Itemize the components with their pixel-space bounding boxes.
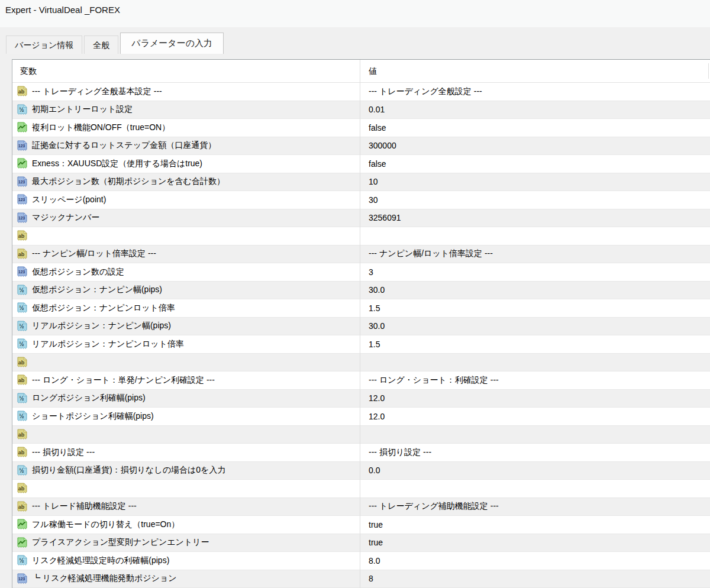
tab-version-info[interactable]: バージョン情報 bbox=[6, 35, 82, 54]
param-label: 仮想ポジション：ナンピンロット倍率 bbox=[32, 303, 360, 314]
param-label: 仮想ポジション：ナンピン幅(pips) bbox=[32, 285, 360, 295]
param-label: Exness：XAUUSD設定（使用する場合はtrue) bbox=[32, 159, 360, 169]
table-row[interactable]: ½ ロングポジション利確幅(pips) 12.0 bbox=[12, 390, 710, 408]
column-header-variable: 変数 bbox=[12, 60, 360, 82]
param-value[interactable]: --- ロング・ショート：利確設定 --- bbox=[360, 375, 710, 386]
param-label: ロングポジション利確幅(pips) bbox=[32, 393, 360, 403]
param-value[interactable]: 30 bbox=[360, 195, 710, 205]
integer-param-icon: 123 bbox=[17, 194, 28, 205]
svg-text:½: ½ bbox=[19, 305, 24, 311]
column-divider bbox=[360, 60, 360, 588]
tab-common[interactable]: 全般 bbox=[84, 35, 118, 54]
bool-param-icon bbox=[17, 122, 28, 133]
param-value[interactable]: 30.0 bbox=[360, 321, 710, 331]
table-row[interactable]: ½ リスク軽減処理設定時の利確幅(pips) 8.0 bbox=[12, 552, 710, 570]
svg-text:123: 123 bbox=[18, 180, 25, 184]
table-row[interactable]: 123 マジックナンバー 3256091 bbox=[12, 209, 710, 228]
param-value[interactable]: 0.0 bbox=[360, 466, 710, 475]
table-row[interactable]: ½ リアルポジション：ナンピン幅(pips) 30.0 bbox=[12, 318, 710, 336]
param-value[interactable]: 8 bbox=[360, 574, 710, 583]
param-value[interactable]: 12.0 bbox=[360, 412, 710, 421]
dialog-titlebar: Expert - VirtualDeal _FOREX bbox=[0, 0, 710, 27]
table-row[interactable]: 123 ┗ リスク軽減処理機能発動ポジション 8 bbox=[12, 570, 710, 588]
table-row[interactable]: ab bbox=[12, 480, 710, 498]
text-param-icon: ab bbox=[17, 501, 28, 512]
text-param-icon: ab bbox=[17, 374, 28, 386]
table-row[interactable]: 123 スリッページ(point) 30 bbox=[12, 191, 710, 209]
param-label: --- ロング・ショート：単発/ナンピン利確設定 --- bbox=[32, 375, 360, 386]
param-label: リスク軽減処理設定時の利確幅(pips) bbox=[32, 555, 360, 566]
param-label: ショートポジション利確幅(pips) bbox=[32, 411, 360, 422]
svg-text:ab: ab bbox=[18, 359, 25, 365]
text-param-icon: ab bbox=[17, 447, 28, 458]
param-value[interactable]: 30.0 bbox=[360, 285, 710, 295]
param-value[interactable]: --- 損切り設定 --- bbox=[360, 447, 710, 458]
double-param-icon: ½ bbox=[17, 411, 28, 422]
table-row[interactable]: プライスアクション型変則ナンピンエントリー true bbox=[12, 534, 710, 553]
table-row[interactable]: ½ 仮想ポジション：ナンピン幅(pips) 30.0 bbox=[12, 282, 710, 300]
table-row[interactable]: ab bbox=[12, 227, 710, 245]
double-param-icon: ½ bbox=[17, 465, 28, 476]
table-row[interactable]: ab bbox=[12, 426, 710, 444]
double-param-icon: ½ bbox=[17, 302, 28, 314]
table-row[interactable]: ab --- トレーディング全般基本設定 --- --- トレーディング全般設定… bbox=[12, 83, 710, 101]
param-value[interactable]: 0.01 bbox=[360, 105, 710, 114]
table-row[interactable]: ½ ショートポジション利確幅(pips) 12.0 bbox=[12, 408, 710, 426]
table-row[interactable]: 複利ロット機能ON/OFF（true=ON） false bbox=[12, 119, 710, 137]
param-value[interactable]: 8.0 bbox=[360, 556, 710, 566]
svg-text:ab: ab bbox=[18, 486, 25, 492]
table-row[interactable]: 123 証拠金に対するロットステップ金額（口座通貨） 300000 bbox=[12, 137, 710, 156]
table-row[interactable]: ab --- トレード補助機能設定 --- --- トレーディング補助機能設定 … bbox=[12, 498, 710, 516]
table-row[interactable]: フル稼働モードの切り替え（true=On） true bbox=[12, 516, 710, 534]
param-value[interactable]: 3256091 bbox=[360, 213, 710, 222]
table-row[interactable]: ½ 仮想ポジション：ナンピンロット倍率 1.5 bbox=[12, 299, 710, 318]
integer-param-icon: 123 bbox=[17, 266, 28, 277]
param-value[interactable]: 10 bbox=[360, 177, 710, 186]
param-value[interactable]: --- トレーディング全般設定 --- bbox=[360, 86, 710, 97]
table-row[interactable]: ½ リアルポジション：ナンピンロット倍率 1.5 bbox=[12, 335, 710, 354]
table-row[interactable]: ½ 損切り金額(口座通貨)：損切りなしの場合は0を入力 0.0 bbox=[12, 462, 710, 480]
text-param-icon: ab bbox=[17, 86, 28, 97]
bool-param-icon bbox=[17, 158, 28, 169]
table-row[interactable]: Exness：XAUUSD設定（使用する場合はtrue) false bbox=[12, 155, 710, 173]
param-label: マジックナンバー bbox=[32, 212, 360, 223]
param-label: 仮想ポジション数の設定 bbox=[32, 267, 360, 277]
text-param-icon: ab bbox=[17, 230, 28, 241]
param-value[interactable]: --- トレーディング補助機能設定 --- bbox=[360, 501, 710, 512]
param-label: 最大ポジション数（初期ポジションを含む合計数） bbox=[32, 176, 360, 187]
param-value[interactable]: --- ナンピン幅/ロット倍率設定 --- bbox=[360, 248, 710, 259]
svg-text:123: 123 bbox=[18, 144, 25, 148]
table-row[interactable]: ab bbox=[12, 354, 710, 372]
svg-text:ab: ab bbox=[18, 431, 25, 437]
double-param-icon: ½ bbox=[17, 393, 28, 404]
table-row[interactable]: 123 仮想ポジション数の設定 3 bbox=[12, 263, 710, 282]
table-row[interactable]: ½ 初期エントリーロット設定 0.01 bbox=[12, 101, 710, 119]
param-label: --- 損切り設定 --- bbox=[32, 447, 360, 458]
svg-text:123: 123 bbox=[18, 270, 25, 274]
param-value[interactable]: 12.0 bbox=[360, 393, 710, 403]
table-row[interactable]: ab --- ナンピン幅/ロット倍率設定 --- --- ナンピン幅/ロット倍率… bbox=[12, 245, 710, 264]
param-value[interactable]: true bbox=[360, 538, 710, 547]
param-value[interactable]: true bbox=[360, 520, 710, 529]
tab-bar: バージョン情報 全般 パラメーターの入力 bbox=[6, 33, 225, 54]
param-value[interactable]: false bbox=[360, 159, 710, 169]
svg-text:½: ½ bbox=[19, 106, 24, 113]
param-value[interactable]: false bbox=[360, 123, 710, 133]
param-value[interactable]: 3 bbox=[360, 267, 710, 277]
param-label: プライスアクション型変則ナンピンエントリー bbox=[32, 537, 360, 548]
svg-text:½: ½ bbox=[19, 341, 24, 347]
table-row[interactable]: 123 最大ポジション数（初期ポジションを含む合計数） 10 bbox=[12, 173, 710, 192]
param-value[interactable]: 1.5 bbox=[360, 340, 710, 349]
double-param-icon: ½ bbox=[17, 555, 28, 566]
param-value[interactable]: 1.5 bbox=[360, 303, 710, 313]
table-row[interactable]: ab --- 損切り設定 --- --- 損切り設定 --- bbox=[12, 444, 710, 462]
svg-text:½: ½ bbox=[19, 557, 24, 564]
window-title: Expert - VirtualDeal _FOREX bbox=[5, 5, 120, 15]
param-value[interactable]: 300000 bbox=[360, 141, 710, 150]
param-label: ┗ リスク軽減処理機能発動ポジション bbox=[32, 573, 360, 584]
tab-inputs[interactable]: パラメーターの入力 bbox=[120, 33, 224, 54]
table-row[interactable]: ab --- ロング・ショート：単発/ナンピン利確設定 --- --- ロング・… bbox=[12, 371, 710, 390]
double-param-icon: ½ bbox=[17, 104, 28, 115]
param-label: 複利ロット機能ON/OFF（true=ON） bbox=[32, 122, 360, 133]
double-param-icon: ½ bbox=[17, 338, 28, 350]
